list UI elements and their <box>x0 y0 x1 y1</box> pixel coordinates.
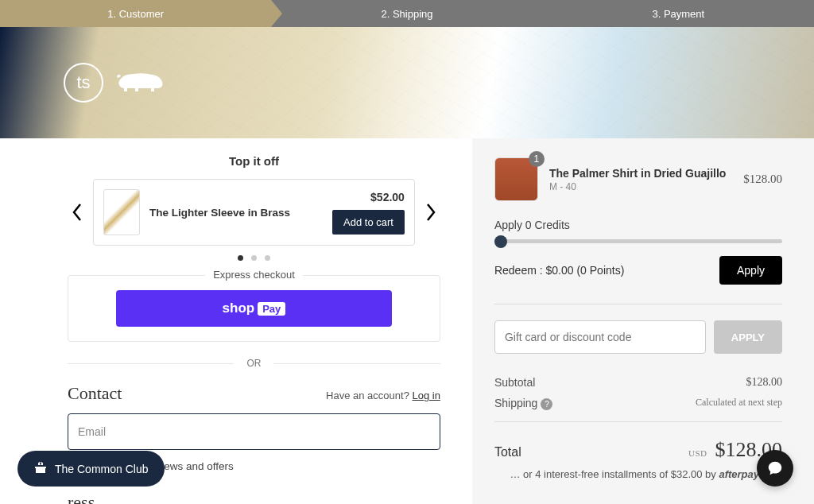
upsell-price: $52.00 <box>370 191 405 204</box>
help-icon[interactable]: ? <box>541 398 552 410</box>
apply-discount-button[interactable]: APPLY <box>714 320 782 354</box>
express-checkout-label: Express checkout <box>205 269 303 281</box>
step-customer[interactable]: 1. Customer <box>0 0 271 27</box>
discount-code-input[interactable] <box>494 320 706 354</box>
carousel-dots <box>68 255 440 261</box>
afterpay-logo-text: afterpay <box>719 468 759 480</box>
credits-label: Apply 0 Credits <box>494 219 782 231</box>
upsell-card: The Lighter Sleeve in Brass $52.00 Add t… <box>93 179 415 246</box>
checkout-steps: 1. Customer 2. Shipping 3. Payment <box>0 0 814 27</box>
carousel-prev-icon[interactable] <box>68 203 87 222</box>
apply-credits-button[interactable]: Apply <box>719 256 782 285</box>
divider <box>494 304 782 304</box>
subtotal-value: $128.00 <box>746 376 783 389</box>
cart-item-variant: M - 40 <box>549 181 732 192</box>
or-separator: OR <box>68 358 440 369</box>
express-checkout-section: Express checkout shop Pay <box>68 275 440 342</box>
currency-code: USD <box>688 448 707 458</box>
contact-heading: Contact <box>68 383 122 404</box>
carousel-next-icon[interactable] <box>421 203 440 222</box>
chat-button[interactable] <box>757 450 793 487</box>
step-shipping[interactable]: 2. Shipping <box>271 0 542 27</box>
divider <box>494 421 782 422</box>
gift-icon <box>33 460 48 477</box>
order-summary-column: 1 The Palmer Shirt in Dried Guajillo M -… <box>472 138 814 504</box>
cart-item-name: The Palmer Shirt in Dried Guajillo <box>549 167 732 180</box>
common-club-label: The Common Club <box>55 463 149 475</box>
email-field[interactable] <box>68 413 440 450</box>
dot-3[interactable] <box>265 255 270 261</box>
shop-pay-badge: Pay <box>258 302 285 316</box>
add-to-cart-button[interactable]: Add to cart <box>332 210 405 235</box>
brand-logo-circle: ts <box>64 63 103 103</box>
cart-item-qty-badge: 1 <box>529 151 545 167</box>
installments-line: … or 4 interest-free installments of $32… <box>494 468 782 481</box>
total-label: Total <box>494 445 521 459</box>
login-prompt: Have an account? Log in <box>326 390 440 401</box>
cart-item-price: $128.00 <box>743 173 782 186</box>
dot-1[interactable] <box>238 255 243 261</box>
login-link[interactable]: Log in <box>412 390 440 401</box>
redeem-text: Redeem : $0.00 (0 Points) <box>494 264 624 277</box>
common-club-button[interactable]: The Common Club <box>17 451 165 487</box>
dot-2[interactable] <box>251 255 257 261</box>
brand-logo-bear-icon <box>113 66 169 99</box>
credits-slider[interactable] <box>494 239 782 243</box>
shipping-label: Shipping? <box>494 397 553 410</box>
shipping-heading-partial: ress <box>68 492 440 504</box>
step-payment[interactable]: 3. Payment <box>543 0 814 27</box>
upsell-title: Top it off <box>68 154 440 168</box>
subtotal-label: Subtotal <box>494 376 535 389</box>
credits-slider-thumb[interactable] <box>494 235 507 248</box>
hero-banner: ts <box>0 27 814 138</box>
shop-pay-button[interactable]: shop Pay <box>116 290 392 327</box>
cart-line-item: 1 The Palmer Shirt in Dried Guajillo M -… <box>494 157 782 201</box>
chat-icon <box>766 459 784 477</box>
checkout-left-column: Top it off The Lighter Sleeve in Brass $… <box>0 138 472 504</box>
shipping-value: Calculated at next step <box>696 397 782 410</box>
shop-pay-text: shop <box>223 300 255 316</box>
upsell-thumbnail <box>103 189 140 235</box>
upsell-product-name: The Lighter Sleeve in Brass <box>149 207 323 219</box>
